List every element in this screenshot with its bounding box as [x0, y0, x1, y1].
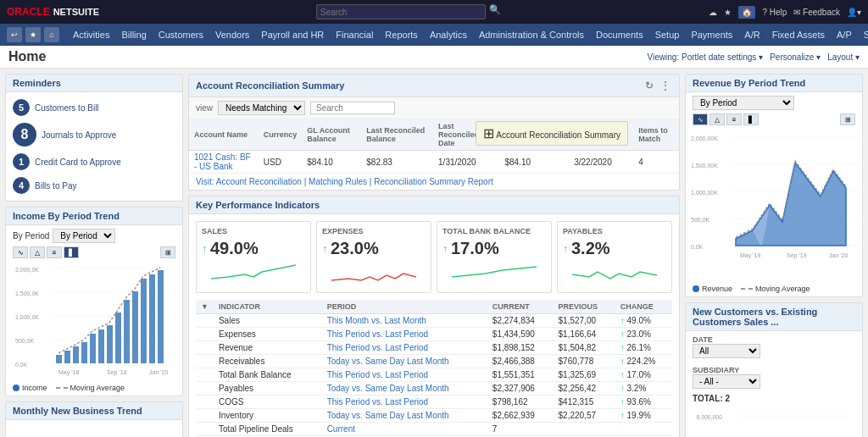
revenue-trend-header: Revenue By Period Trend	[686, 75, 862, 92]
reminder-cc-label[interactable]: Credit Card to Approve	[35, 158, 121, 167]
recon-row-items: 4	[633, 151, 679, 174]
svg-text:500,0K: 500,0K	[15, 338, 35, 344]
recon-view-select[interactable]: Needs Matching	[218, 101, 305, 115]
search-input[interactable]	[316, 4, 486, 19]
personalize-btn[interactable]: Personalize ▾	[770, 53, 821, 62]
kpi-row-period[interactable]: This Month vs. Last Month	[322, 314, 487, 328]
reminder-customers-label[interactable]: Customers to Bill	[35, 103, 99, 113]
rev-chart-area-btn[interactable]: △	[709, 113, 725, 125]
nav-billing[interactable]: Billing	[116, 30, 151, 40]
nav-back-btn[interactable]: ↩	[7, 27, 22, 42]
viewing-portlet-settings[interactable]: Viewing: Portlet date settings ▾	[648, 53, 764, 62]
chart-line-btn[interactable]: ∿	[13, 246, 28, 258]
home-icon[interactable]: 🏠	[738, 6, 755, 19]
kpi-row-period[interactable]: Today vs. Same Day Last Month	[322, 382, 487, 396]
nav-home-btn[interactable]: ⌂	[44, 27, 59, 42]
star-icon[interactable]: ★	[724, 8, 732, 17]
kpi-row-current: $2,662,939	[487, 409, 554, 423]
nav-vendors[interactable]: Vendors	[210, 30, 254, 40]
nav-payroll[interactable]: Payroll and HR	[256, 30, 329, 40]
reminder-bills-label[interactable]: Bills to Pay	[35, 181, 76, 191]
rev-chart-line-btn[interactable]: ∿	[693, 113, 708, 125]
nc-subsidiary-select[interactable]: - All -	[693, 374, 760, 389]
search-icon: 🔍	[489, 4, 501, 19]
svg-text:500,0K: 500,0K	[691, 217, 710, 223]
kpi-row-period[interactable]: This Period vs. Last Period	[322, 396, 487, 409]
kpi-row-previous: $2,220,57	[554, 409, 615, 423]
kpi-row-period[interactable]: Today vs. Same Day Last Month	[322, 355, 487, 368]
cloud-icon[interactable]: ☁	[709, 8, 717, 17]
kpi-payables: PAYABLES ↑ 3.2%	[557, 221, 672, 293]
nav-activities[interactable]: Activities	[68, 30, 114, 40]
user-icon[interactable]: 👤▾	[847, 8, 861, 17]
reminder-journals-label[interactable]: Journals to Approve	[42, 130, 116, 140]
kpi-row-expand	[196, 328, 214, 341]
recon-row-bank-bal: $84.10	[499, 151, 569, 174]
recon-row-name[interactable]: 1021 Cash: BF - US Bank	[189, 151, 259, 174]
reminder-journals[interactable]: 8 Journals to Approve	[13, 121, 175, 148]
recon-link-summary[interactable]: Reconciliation Summary Report	[374, 177, 493, 186]
kpi-row-period[interactable]: Current	[322, 423, 487, 436]
nav-ar[interactable]: A/R	[739, 30, 765, 40]
reminder-customers[interactable]: 5 Customers to Bill	[13, 97, 175, 118]
kpi-row-period[interactable]: This Period vs. Last Period	[322, 328, 487, 341]
recon-table-area: ⊞ Account Reconciliation Summary Account…	[189, 119, 679, 174]
reminder-credit-card[interactable]: 1 Credit Card to Approve	[13, 152, 175, 172]
nav-star-btn[interactable]: ★	[25, 27, 41, 42]
svg-rect-13	[81, 342, 87, 363]
recon-search-input[interactable]	[310, 102, 395, 114]
right-panel: Revenue By Period Trend By Period ∿ △ ≡ …	[685, 74, 863, 437]
reminder-cc-count: 1	[13, 153, 30, 170]
feedback-icon[interactable]: ✉ Feedback	[793, 8, 840, 17]
kpi-expenses-value: 23.0%	[331, 239, 379, 258]
account-recon-title: Account Reconciliation Summary	[196, 80, 344, 91]
nav-payments[interactable]: Payments	[686, 30, 737, 40]
revenue-period-dropdown[interactable]: By Period	[693, 96, 794, 110]
reminder-bills[interactable]: 4 Bills to Pay	[13, 175, 175, 196]
kpi-row-expand	[196, 409, 214, 423]
chart-bar-btn[interactable]: ▋	[64, 246, 79, 258]
legend-moving-avg-line	[56, 387, 68, 389]
nc-date-select[interactable]: All	[693, 344, 760, 358]
kpi-col-change: CHANGE	[615, 300, 672, 314]
legend-moving-avg: Moving Average	[56, 384, 125, 392]
nav-documents[interactable]: Documents	[591, 30, 648, 40]
nav-sales-audit[interactable]: Sales Audit	[859, 30, 868, 40]
kpi-row-period[interactable]: This Period vs. Last Period	[322, 341, 487, 355]
kpi-table-row: Total Pipeline Deals Current 7	[196, 423, 672, 436]
nav-admin[interactable]: Administration & Controls	[474, 30, 589, 40]
recon-col-gl: GL Account Balance	[302, 119, 361, 151]
rev-chart-bar-btn[interactable]: ▋	[743, 113, 759, 125]
kpi-row-expand	[196, 314, 214, 328]
nav-ap[interactable]: A/P	[832, 30, 857, 40]
nc-date-label: DATE	[693, 335, 713, 344]
nav-financial[interactable]: Financial	[331, 30, 378, 40]
help-icon[interactable]: ? Help	[762, 8, 787, 17]
period-dropdown[interactable]: By Period	[53, 229, 115, 243]
nav-customers[interactable]: Customers	[153, 30, 209, 40]
recon-link-matching[interactable]: Matching Rules	[309, 177, 367, 186]
chart-table-btn[interactable]: ⊞	[160, 246, 175, 258]
recon-refresh-btn[interactable]: ↻	[643, 78, 655, 93]
chart-area-btn[interactable]: △	[30, 246, 45, 258]
kpi-row-period[interactable]: This Period vs. Last Period	[322, 368, 487, 382]
kpi-expenses-label: EXPENSES	[322, 227, 426, 235]
chart-combo-btn[interactable]: ≡	[47, 246, 62, 258]
nav-setup[interactable]: Setup	[650, 30, 685, 40]
recon-menu-btn[interactable]: ⋮	[659, 78, 672, 93]
kpi-bank-arrow: ↑	[442, 243, 448, 255]
nav-reports[interactable]: Reports	[380, 30, 423, 40]
nav-analytics[interactable]: Analytics	[425, 30, 472, 40]
recon-link-account[interactable]: Visit: Account Reconciliation	[196, 177, 302, 186]
kpi-row-period[interactable]: Today vs. Same Day Last Month	[322, 409, 487, 423]
layout-btn[interactable]: Layout ▾	[827, 53, 860, 62]
page-title: Home	[8, 49, 46, 64]
nav-fixed-assets[interactable]: Fixed Assets	[767, 30, 830, 40]
svg-text:May '19: May '19	[740, 252, 760, 259]
kpi-row-previous: $412,315	[554, 396, 615, 409]
rev-chart-table-btn[interactable]: ⊞	[840, 113, 855, 125]
svg-text:0,0K: 0,0K	[691, 244, 704, 250]
revenue-trend-title: Revenue By Period Trend	[693, 78, 805, 88]
rev-chart-combo-btn[interactable]: ≡	[726, 113, 742, 125]
kpi-expenses-chart	[322, 262, 426, 287]
